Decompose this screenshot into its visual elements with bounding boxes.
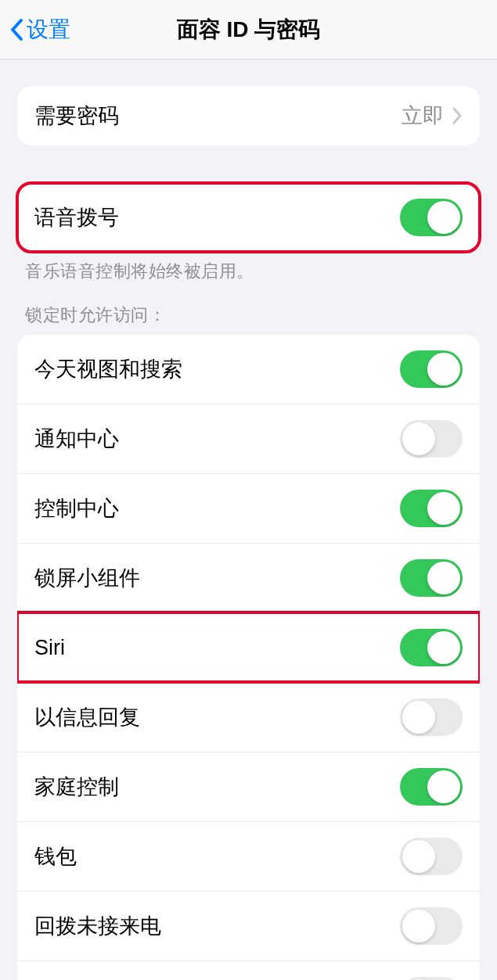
toggle[interactable] bbox=[400, 490, 463, 527]
row-label: 家庭控制 bbox=[34, 773, 119, 801]
voice-dial-label: 语音拨号 bbox=[34, 203, 119, 232]
lock-access-row: 钱包 bbox=[17, 821, 480, 891]
toggle[interactable] bbox=[400, 977, 463, 980]
lock-access-row: Siri bbox=[17, 612, 480, 682]
toggle[interactable] bbox=[400, 350, 463, 388]
page-title: 面容 ID 与密码 bbox=[177, 15, 321, 45]
require-passcode-value: 立即 bbox=[402, 102, 463, 130]
row-label: 回拨未接来电 bbox=[34, 912, 161, 940]
toggle[interactable] bbox=[400, 559, 463, 597]
require-passcode-group: 需要密码 立即 bbox=[17, 86, 480, 145]
voice-dial-footer: 音乐语音控制将始终被启用。 bbox=[25, 260, 472, 283]
row-label: 通知中心 bbox=[34, 425, 119, 453]
toggle[interactable] bbox=[400, 698, 463, 736]
navbar: 设置 面容 ID 与密码 bbox=[0, 0, 497, 59]
toggle[interactable] bbox=[400, 907, 463, 945]
lock-access-row: 家庭控制 bbox=[17, 752, 480, 821]
back-button[interactable]: 设置 bbox=[0, 15, 70, 45]
row-label: Siri bbox=[34, 636, 65, 660]
lock-access-row: 控制中心 bbox=[17, 473, 480, 543]
row-label: 控制中心 bbox=[34, 494, 119, 522]
require-passcode-label: 需要密码 bbox=[34, 102, 119, 130]
lock-access-group: 今天视图和搜索通知中心控制中心锁屏小组件Siri以信息回复家庭控制钱包回拨未接来… bbox=[17, 335, 480, 980]
toggle[interactable] bbox=[400, 629, 463, 666]
back-label: 设置 bbox=[27, 15, 70, 45]
lock-access-row: 以信息回复 bbox=[17, 682, 480, 752]
row-label: 今天视图和搜索 bbox=[34, 355, 182, 383]
toggle[interactable] bbox=[400, 420, 463, 458]
row-label: 锁屏小组件 bbox=[34, 564, 140, 592]
lock-access-header: 锁定时允许访问： bbox=[25, 303, 472, 327]
row-label: 钱包 bbox=[34, 842, 77, 871]
voice-dial-toggle[interactable] bbox=[400, 199, 463, 236]
voice-dial-row: 语音拨号 bbox=[17, 183, 480, 252]
row-label: 以信息回复 bbox=[34, 703, 140, 731]
require-passcode-row[interactable]: 需要密码 立即 bbox=[17, 86, 480, 145]
chevron-right-icon bbox=[452, 107, 463, 124]
chevron-left-icon bbox=[9, 18, 23, 41]
lock-access-row: 回拨未接来电 bbox=[17, 891, 480, 960]
toggle[interactable] bbox=[400, 768, 463, 806]
toggle[interactable] bbox=[400, 838, 463, 875]
lock-access-row: 今天视图和搜索 bbox=[17, 335, 480, 404]
voice-dial-group: 语音拨号 bbox=[17, 183, 480, 252]
lock-access-row: 锁屏小组件 bbox=[17, 543, 480, 612]
lock-access-row: USB配件 bbox=[17, 960, 480, 980]
lock-access-row: 通知中心 bbox=[17, 404, 480, 473]
